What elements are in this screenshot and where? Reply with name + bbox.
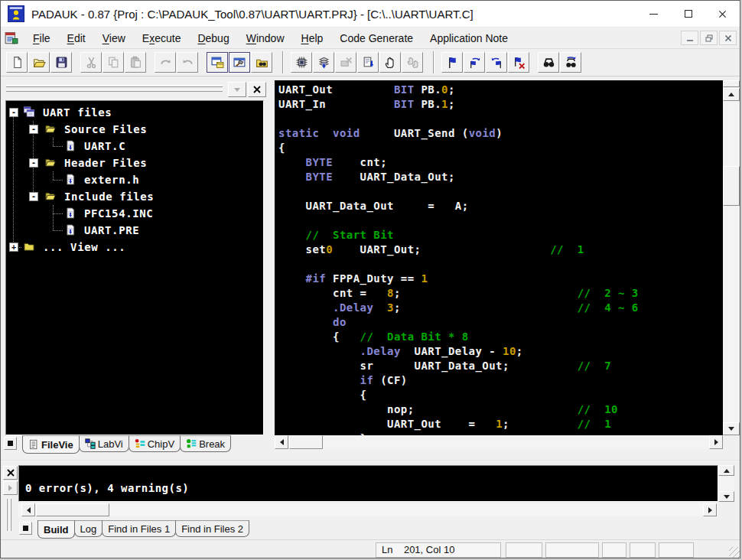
horizontal-scroll-thumb[interactable]	[36, 503, 109, 516]
compile-to-ice-button[interactable]	[313, 52, 334, 73]
tree-expander-icon[interactable]: -	[29, 125, 38, 134]
tab-find-in-files-2[interactable]: Find in Files 2	[175, 520, 249, 537]
output-vertical-scrollbar[interactable]	[718, 465, 734, 502]
clear-bookmarks-button[interactable]	[508, 52, 529, 73]
program-writer-button[interactable]	[357, 52, 379, 73]
panel-grip[interactable]	[10, 499, 11, 531]
cut-button[interactable]	[80, 52, 102, 73]
scroll-down-button[interactable]	[723, 422, 740, 435]
menu-file[interactable]: File	[24, 28, 59, 49]
menu-application-note[interactable]: Application Note	[421, 28, 516, 49]
arrow-left-icon	[280, 439, 284, 445]
tree-item-view[interactable]: +... View ...	[6, 239, 263, 256]
previous-bookmark-button[interactable]	[486, 52, 507, 73]
split-handle[interactable]	[723, 80, 740, 87]
new-document-button[interactable]	[6, 52, 28, 73]
editor-horizontal-scrollbar[interactable]	[275, 435, 723, 449]
menu-edit[interactable]: Edit	[59, 28, 94, 49]
find-in-files-button[interactable]	[251, 52, 272, 73]
tree-item-uart-pre[interactable]: UART.PRE	[6, 222, 263, 239]
menu-code-generate[interactable]: Code Generate	[331, 28, 421, 49]
toggle-bookmark-button[interactable]	[441, 52, 463, 73]
mdi-restore-button[interactable]	[700, 31, 718, 45]
tab-build[interactable]: Build	[37, 520, 75, 539]
scroll-up-button[interactable]	[723, 88, 740, 101]
output-next-message-button[interactable]	[3, 481, 18, 495]
tab-log[interactable]: Log	[74, 520, 103, 537]
panel-grip[interactable]	[6, 85, 223, 94]
copy-icon	[107, 56, 120, 69]
cut-icon	[85, 56, 98, 69]
editor-vertical-scrollbar[interactable]	[723, 80, 740, 435]
folder-closed-icon	[23, 241, 35, 252]
tree-item-extern-h[interactable]: extern.h	[6, 171, 263, 188]
output-close-button[interactable]	[3, 466, 18, 480]
tab-chipv[interactable]: ChipV	[129, 435, 181, 452]
tree-expander-icon[interactable]: -	[29, 192, 38, 201]
menu-execute[interactable]: Execute	[134, 28, 190, 49]
folder-open-icon	[44, 157, 57, 168]
tab-filevie[interactable]: FileVie	[22, 435, 80, 454]
tree-item-include-files[interactable]: -Include files	[6, 188, 263, 205]
tree-expander-icon[interactable]: +	[9, 243, 18, 252]
undo-button[interactable]	[177, 52, 198, 73]
workspace-view-button[interactable]	[207, 52, 228, 73]
minimize-button[interactable]	[636, 1, 671, 28]
tab-labvi[interactable]: LabVi	[79, 435, 129, 452]
tree-item-uart-files[interactable]: -UART files	[6, 104, 263, 121]
panel-close-button[interactable]	[248, 82, 266, 97]
project-icon	[23, 106, 35, 118]
scroll-down-button[interactable]	[718, 491, 734, 502]
new-document-icon	[11, 56, 24, 69]
menu-window[interactable]: Window	[238, 28, 293, 49]
tree-item-uart-c[interactable]: UART.C	[6, 138, 263, 155]
output-horizontal-scrollbar[interactable]	[18, 503, 718, 516]
scroll-up-button[interactable]	[718, 465, 734, 476]
paste-button[interactable]	[125, 52, 146, 73]
output-tab-list-button[interactable]	[19, 522, 32, 535]
maximize-button[interactable]	[671, 1, 705, 28]
mdi-close-button[interactable]	[719, 31, 737, 45]
arrow-left-icon	[27, 507, 31, 513]
build-button[interactable]	[229, 52, 250, 73]
vertical-scroll-thumb[interactable]	[723, 166, 740, 206]
file-tree[interactable]: -UART files-Source FilesUART.C-Header Fi…	[5, 100, 264, 435]
tree-expander-icon[interactable]: -	[29, 158, 38, 168]
tree-item-source-files[interactable]: -Source Files	[6, 121, 263, 138]
tree-item-pfc154-inc[interactable]: PFC154.INC	[6, 205, 263, 222]
free-run-button[interactable]	[402, 52, 423, 73]
mdi-minimize-button[interactable]	[681, 31, 698, 45]
padauk-logo-icon	[8, 5, 24, 22]
redo-button[interactable]	[155, 52, 176, 73]
scroll-left-button[interactable]	[275, 435, 288, 449]
panel-menu-button[interactable]	[228, 82, 246, 97]
scroll-right-button[interactable]	[709, 435, 723, 449]
find-next-button[interactable]	[560, 52, 581, 73]
menu-debug[interactable]: Debug	[189, 28, 237, 49]
menu-view[interactable]: View	[94, 28, 134, 49]
find-button[interactable]	[538, 52, 559, 73]
tab-label: FileVie	[41, 439, 73, 451]
panel-grip[interactable]	[6, 499, 8, 531]
tree-item-header-files[interactable]: -Header Files	[6, 155, 263, 171]
open-file-button[interactable]	[28, 52, 50, 73]
resize-grip[interactable]	[729, 547, 740, 558]
tab-find-in-files-1[interactable]: Find in Files 1	[102, 520, 176, 537]
build-output[interactable]: 0 error(s), 4 warning(s)	[18, 465, 718, 502]
next-bookmark-button[interactable]	[464, 52, 485, 73]
scroll-left-button[interactable]	[21, 503, 35, 516]
horizontal-scroll-thumb[interactable]	[289, 435, 323, 449]
copy-button[interactable]	[103, 52, 124, 73]
workspace-tab-list-button[interactable]	[4, 437, 17, 450]
arrow-right-icon	[714, 439, 718, 445]
code-editor[interactable]: UART_Out BIT PB.0;UART_In BIT PB.1;stati…	[275, 80, 723, 435]
save-file-button[interactable]	[50, 52, 72, 73]
stop-compile-button[interactable]	[335, 52, 356, 73]
pause-button[interactable]	[379, 52, 401, 73]
menu-help[interactable]: Help	[293, 28, 332, 49]
tree-expander-icon[interactable]: -	[9, 108, 18, 117]
scroll-right-button[interactable]	[703, 503, 717, 516]
close-button[interactable]	[705, 1, 740, 28]
tab-break[interactable]: Break	[180, 435, 231, 452]
ide-settings-button[interactable]	[291, 52, 312, 73]
